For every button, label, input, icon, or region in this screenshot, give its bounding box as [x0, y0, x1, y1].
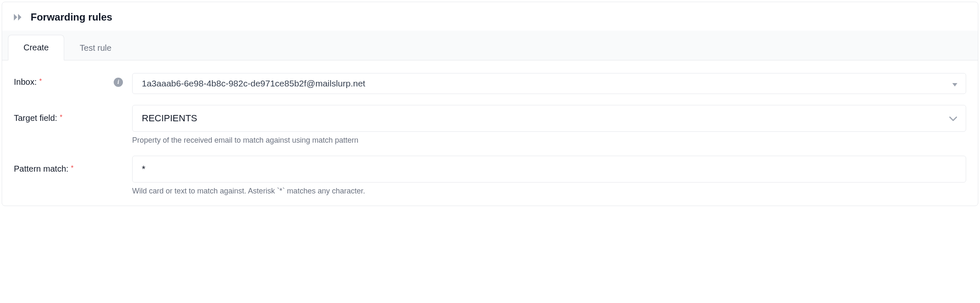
pattern-match-field-col: Wild card or text to match against. Aste…: [132, 156, 966, 196]
tab-create[interactable]: Create: [8, 35, 64, 60]
inbox-label: Inbox: *: [14, 77, 42, 87]
info-icon[interactable]: i: [114, 78, 123, 87]
target-field-label-text: Target field:: [14, 113, 57, 123]
pattern-match-label-col: Pattern match: *: [14, 156, 132, 174]
panel-header: Forwarding rules: [2, 2, 978, 31]
inbox-select[interactable]: 1a3aaab6-6e98-4b8c-982c-de971ce85b2f@mai…: [132, 73, 966, 94]
row-pattern-match: Pattern match: * Wild card or text to ma…: [14, 156, 966, 196]
tab-test-rule[interactable]: Test rule: [64, 35, 127, 60]
pattern-match-label-text: Pattern match:: [14, 164, 68, 174]
tabs: Create Test rule: [2, 31, 978, 60]
pattern-match-help: Wild card or text to match against. Aste…: [132, 187, 966, 196]
chevron-down-icon: [949, 113, 957, 124]
form-area: Inbox: * i 1a3aaab6-6e98-4b8c-982c-de971…: [2, 60, 978, 206]
inbox-select-value: 1a3aaab6-6e98-4b8c-982c-de971ce85b2f@mai…: [142, 78, 365, 89]
inbox-label-col: Inbox: * i: [14, 73, 132, 87]
inbox-field-col: 1a3aaab6-6e98-4b8c-982c-de971ce85b2f@mai…: [132, 73, 966, 94]
target-field-col: RECIPIENTS Property of the received emai…: [132, 105, 966, 145]
target-field-select-value: RECIPIENTS: [142, 113, 197, 124]
required-star-icon: *: [60, 114, 62, 121]
target-field-help: Property of the received email to match …: [132, 136, 966, 145]
pattern-match-label: Pattern match: *: [14, 164, 73, 174]
row-inbox: Inbox: * i 1a3aaab6-6e98-4b8c-982c-de971…: [14, 73, 966, 94]
forward-icon: [14, 13, 24, 21]
pattern-match-input[interactable]: [132, 156, 966, 183]
required-star-icon: *: [71, 165, 73, 172]
panel-title: Forwarding rules: [31, 11, 112, 23]
row-target-field: Target field: * RECIPIENTS Property of t…: [14, 105, 966, 145]
target-field-select[interactable]: RECIPIENTS: [132, 105, 966, 132]
required-star-icon: *: [39, 78, 42, 85]
forwarding-rules-panel: Forwarding rules Create Test rule Inbox:…: [2, 2, 978, 206]
inbox-label-text: Inbox:: [14, 77, 36, 87]
caret-down-icon: [952, 78, 957, 89]
target-field-label: Target field: *: [14, 113, 63, 123]
target-field-label-col: Target field: *: [14, 105, 132, 123]
